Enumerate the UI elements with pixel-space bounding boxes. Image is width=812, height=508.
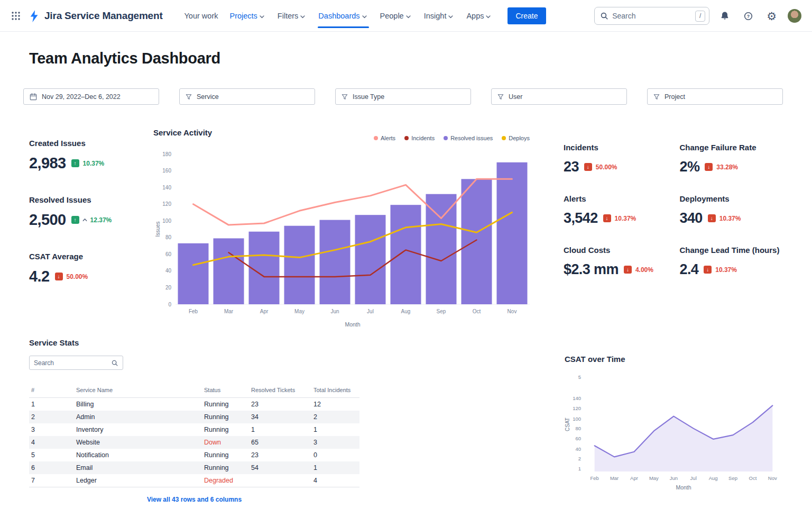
kpi-cloud-costs: Cloud Costs$2.3 mm↓4.00% xyxy=(564,246,667,278)
filter-nov-29-2022-dec-6-2022[interactable]: Nov 29, 2022–Dec 6, 2022 xyxy=(23,88,159,105)
service-stats-section: Service Stats #Service NameStatusResolve… xyxy=(29,338,359,503)
nav-item-your-work[interactable]: Your work xyxy=(179,0,224,32)
nav-item-dashboards[interactable]: Dashboards xyxy=(312,0,374,32)
nav-item-projects[interactable]: Projects xyxy=(224,0,271,32)
svg-text:Mar: Mar xyxy=(610,475,619,481)
trend-down-icon: ↓ xyxy=(705,163,713,171)
legend-deploys: Deploys xyxy=(502,135,530,141)
table-cell: Notification xyxy=(76,451,204,459)
calendar-icon xyxy=(30,93,37,101)
svg-text:Issues: Issues xyxy=(155,222,161,237)
nav-item-insight[interactable]: Insight xyxy=(418,0,461,32)
column-header: Status xyxy=(204,387,251,393)
jira-logo-icon xyxy=(29,10,40,23)
filter-issue-type[interactable]: Issue Type xyxy=(335,88,471,105)
table-row[interactable]: 3InventoryRunning11 xyxy=(29,423,359,436)
svg-text:40: 40 xyxy=(165,268,172,274)
svg-text:80: 80 xyxy=(165,234,172,240)
global-search[interactable]: / xyxy=(594,7,709,25)
table-cell: Running xyxy=(204,413,251,421)
view-all-link[interactable]: View all 43 rows and 6 columns xyxy=(29,496,359,503)
svg-text:Month: Month xyxy=(345,321,360,328)
table-header: #Service NameStatusResolved TicketsTotal… xyxy=(29,384,359,398)
legend-label: Incidents xyxy=(411,135,435,141)
kpi-value: 2.4 xyxy=(680,261,699,278)
filter-icon xyxy=(497,94,504,100)
nav-item-people[interactable]: People xyxy=(374,0,418,32)
bar-mar xyxy=(214,238,244,304)
nav-item-filters[interactable]: Filters xyxy=(272,0,312,32)
table-search-input[interactable] xyxy=(34,359,111,367)
service-stats-title: Service Stats xyxy=(29,338,359,347)
svg-text:Jul: Jul xyxy=(690,475,697,481)
table-cell: 2 xyxy=(313,413,362,421)
trend-down-icon: ↓ xyxy=(584,163,592,171)
nav-item-label: People xyxy=(380,12,404,20)
table-cell: 23 xyxy=(251,401,313,408)
nav-item-label: Insight xyxy=(424,12,447,20)
svg-text:20: 20 xyxy=(165,285,172,291)
nav-item-apps[interactable]: Apps xyxy=(460,0,498,32)
bar-jul xyxy=(355,215,386,304)
table-row[interactable]: 4WebsiteDown653 xyxy=(29,436,359,449)
table-row[interactable]: 1BillingRunning2312 xyxy=(29,398,359,411)
kpi-label: Created Issues xyxy=(29,139,153,148)
top-navbar: Jira Service Management Your workProject… xyxy=(0,0,812,32)
legend-label: Resolved issues xyxy=(450,135,493,141)
table-cell: Running xyxy=(204,401,251,408)
legend-label: Deploys xyxy=(509,135,530,141)
svg-text:Aug: Aug xyxy=(709,475,718,481)
bar-apr xyxy=(249,232,280,304)
svg-text:Sep: Sep xyxy=(437,309,446,314)
svg-text:Oct: Oct xyxy=(473,309,481,314)
filter-user[interactable]: User xyxy=(491,88,627,105)
table-row[interactable]: 5NotificationRunning230 xyxy=(29,449,359,461)
help-button[interactable]: ? xyxy=(740,8,756,24)
kpi-value: 2% xyxy=(680,159,700,175)
trend-down-icon: ↓ xyxy=(704,266,712,274)
settings-button[interactable]: ⚙ xyxy=(763,7,780,25)
kpi-delta: 10.37% xyxy=(715,266,737,274)
chevron-down-icon xyxy=(447,13,455,21)
table-row[interactable]: 7LedgerDegraded4 xyxy=(29,474,359,487)
bar-oct xyxy=(462,179,492,304)
kpi-value-row: 2,983↑10.37% xyxy=(29,155,153,172)
kpi-value-row: $2.3 mm↓4.00% xyxy=(564,261,667,278)
create-button[interactable]: Create xyxy=(508,7,546,24)
svg-text:Jul: Jul xyxy=(367,309,374,314)
svg-text:Apr: Apr xyxy=(630,475,638,481)
brand[interactable]: Jira Service Management xyxy=(29,10,163,23)
svg-text:Apr: Apr xyxy=(260,309,269,314)
filter-project[interactable]: Project xyxy=(647,88,783,105)
svg-text:120: 120 xyxy=(573,405,581,411)
main-content: Team Analytics Dashboard Nov 29, 2022–De… xyxy=(0,50,812,503)
table-search[interactable] xyxy=(29,356,123,370)
table-cell: 6 xyxy=(31,464,76,471)
search-icon xyxy=(600,12,608,20)
table-cell: Down xyxy=(204,439,251,446)
chevron-down-icon xyxy=(404,13,412,21)
trend-down-icon: ↓ xyxy=(624,266,632,274)
table-row[interactable]: 6EmailRunning541 xyxy=(29,461,359,474)
svg-text:Aug: Aug xyxy=(401,309,411,314)
kpi-delta: 10.37% xyxy=(719,215,741,222)
search-input[interactable] xyxy=(612,12,691,20)
legend-incidents: Incidents xyxy=(404,135,435,141)
chart-header: Service Activity AlertsIncidentsResolved… xyxy=(153,127,530,146)
svg-text:100: 100 xyxy=(573,416,581,422)
svg-text:100: 100 xyxy=(162,218,171,224)
app-switcher-button[interactable] xyxy=(7,7,24,24)
csat-chart: 124060801001201405FebMarAprMayJunJulAugS… xyxy=(565,370,783,493)
notifications-button[interactable] xyxy=(716,7,733,24)
svg-text:120: 120 xyxy=(162,201,171,207)
table-row[interactable]: 2AdminRunning342 xyxy=(29,411,359,423)
avatar[interactable] xyxy=(788,9,801,23)
filter-service[interactable]: Service xyxy=(179,88,315,105)
table-cell: Email xyxy=(76,464,204,471)
chevron-down-icon xyxy=(484,13,492,21)
kpi-deployments: Deployments340↓10.37% xyxy=(680,194,783,226)
svg-text:140: 140 xyxy=(162,185,171,190)
filter-label: Nov 29, 2022–Dec 6, 2022 xyxy=(42,93,121,101)
bar-may xyxy=(284,226,315,304)
svg-text:Month: Month xyxy=(676,484,691,491)
